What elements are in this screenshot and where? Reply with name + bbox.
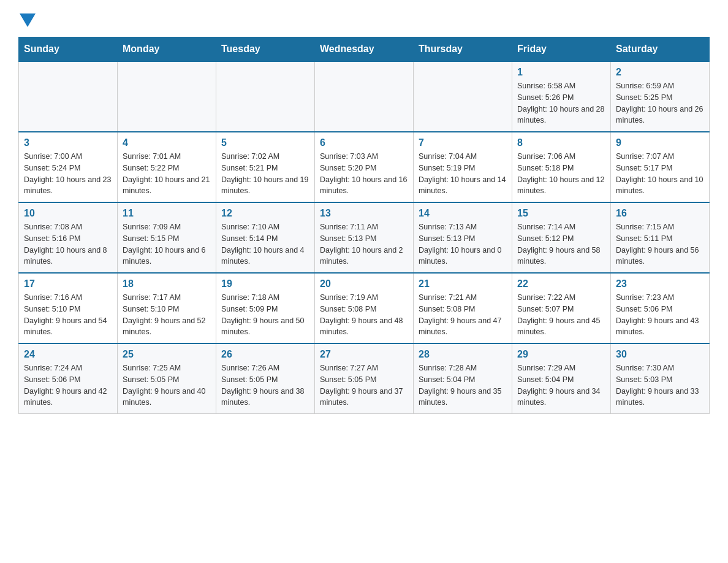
day-info: Sunrise: 6:59 AM Sunset: 5:25 PM Dayligh… (616, 80, 704, 126)
calendar-cell: 28Sunrise: 7:28 AM Sunset: 5:04 PM Dayli… (414, 343, 512, 414)
week-row-1: 1Sunrise: 6:58 AM Sunset: 5:26 PM Daylig… (19, 61, 710, 132)
svg-marker-0 (20, 13, 36, 27)
calendar-cell: 12Sunrise: 7:10 AM Sunset: 5:14 PM Dayli… (216, 202, 315, 273)
day-info: Sunrise: 7:27 AM Sunset: 5:05 PM Dayligh… (320, 362, 408, 408)
week-row-5: 24Sunrise: 7:24 AM Sunset: 5:06 PM Dayli… (19, 343, 710, 414)
week-row-4: 17Sunrise: 7:16 AM Sunset: 5:10 PM Dayli… (19, 273, 710, 343)
day-info: Sunrise: 7:03 AM Sunset: 5:20 PM Dayligh… (320, 151, 408, 197)
day-number: 16 (616, 208, 704, 219)
calendar-cell: 11Sunrise: 7:09 AM Sunset: 5:15 PM Dayli… (118, 202, 216, 273)
calendar-cell: 25Sunrise: 7:25 AM Sunset: 5:05 PM Dayli… (118, 343, 216, 414)
day-number: 8 (517, 137, 605, 148)
calendar-cell: 13Sunrise: 7:11 AM Sunset: 5:13 PM Dayli… (315, 202, 414, 273)
day-info: Sunrise: 7:13 AM Sunset: 5:13 PM Dayligh… (419, 221, 507, 267)
day-info: Sunrise: 7:14 AM Sunset: 5:12 PM Dayligh… (517, 221, 605, 267)
day-info: Sunrise: 7:16 AM Sunset: 5:10 PM Dayligh… (24, 292, 112, 338)
day-info: Sunrise: 7:25 AM Sunset: 5:05 PM Dayligh… (123, 362, 211, 408)
day-info: Sunrise: 7:07 AM Sunset: 5:17 PM Dayligh… (616, 151, 704, 197)
day-info: Sunrise: 7:22 AM Sunset: 5:07 PM Dayligh… (517, 292, 605, 338)
calendar-cell: 15Sunrise: 7:14 AM Sunset: 5:12 PM Dayli… (512, 202, 611, 273)
day-number: 14 (419, 208, 507, 219)
calendar-cell: 2Sunrise: 6:59 AM Sunset: 5:25 PM Daylig… (611, 61, 710, 132)
day-number: 3 (24, 137, 112, 148)
day-number: 4 (123, 137, 211, 148)
day-info: Sunrise: 7:11 AM Sunset: 5:13 PM Dayligh… (320, 221, 408, 267)
day-number: 30 (616, 349, 704, 360)
calendar-cell: 19Sunrise: 7:18 AM Sunset: 5:09 PM Dayli… (216, 273, 315, 343)
calendar-cell: 26Sunrise: 7:26 AM Sunset: 5:05 PM Dayli… (216, 343, 315, 414)
weekday-header-thursday: Thursday (414, 37, 512, 62)
day-info: Sunrise: 7:00 AM Sunset: 5:24 PM Dayligh… (24, 151, 112, 197)
logo-triangle-icon (20, 13, 36, 27)
day-info: Sunrise: 7:17 AM Sunset: 5:10 PM Dayligh… (123, 292, 211, 338)
day-number: 24 (24, 349, 112, 360)
day-info: Sunrise: 7:23 AM Sunset: 5:06 PM Dayligh… (616, 292, 704, 338)
calendar-cell: 20Sunrise: 7:19 AM Sunset: 5:08 PM Dayli… (315, 273, 414, 343)
day-number: 17 (24, 278, 112, 289)
calendar-cell (19, 61, 118, 132)
calendar-cell: 7Sunrise: 7:04 AM Sunset: 5:19 PM Daylig… (414, 132, 512, 202)
day-number: 6 (320, 137, 408, 148)
weekday-header-tuesday: Tuesday (216, 37, 315, 62)
logo (18, 12, 36, 25)
day-info: Sunrise: 7:10 AM Sunset: 5:14 PM Dayligh… (221, 221, 309, 267)
weekday-header-friday: Friday (512, 37, 611, 62)
day-info: Sunrise: 7:29 AM Sunset: 5:04 PM Dayligh… (517, 362, 605, 408)
calendar-table: SundayMondayTuesdayWednesdayThursdayFrid… (18, 37, 710, 414)
day-number: 18 (123, 278, 211, 289)
calendar-cell: 5Sunrise: 7:02 AM Sunset: 5:21 PM Daylig… (216, 132, 315, 202)
day-number: 10 (24, 208, 112, 219)
day-info: Sunrise: 7:06 AM Sunset: 5:18 PM Dayligh… (517, 151, 605, 197)
weekday-header-wednesday: Wednesday (315, 37, 414, 62)
calendar-cell: 10Sunrise: 7:08 AM Sunset: 5:16 PM Dayli… (19, 202, 118, 273)
calendar-cell: 22Sunrise: 7:22 AM Sunset: 5:07 PM Dayli… (512, 273, 611, 343)
calendar-cell: 9Sunrise: 7:07 AM Sunset: 5:17 PM Daylig… (611, 132, 710, 202)
day-number: 26 (221, 349, 309, 360)
day-number: 21 (419, 278, 507, 289)
calendar-cell: 4Sunrise: 7:01 AM Sunset: 5:22 PM Daylig… (118, 132, 216, 202)
calendar-cell: 8Sunrise: 7:06 AM Sunset: 5:18 PM Daylig… (512, 132, 611, 202)
day-number: 28 (419, 349, 507, 360)
calendar-cell: 30Sunrise: 7:30 AM Sunset: 5:03 PM Dayli… (611, 343, 710, 414)
calendar-cell: 21Sunrise: 7:21 AM Sunset: 5:08 PM Dayli… (414, 273, 512, 343)
calendar-cell: 23Sunrise: 7:23 AM Sunset: 5:06 PM Dayli… (611, 273, 710, 343)
weekday-header-row: SundayMondayTuesdayWednesdayThursdayFrid… (19, 37, 710, 62)
calendar-cell: 29Sunrise: 7:29 AM Sunset: 5:04 PM Dayli… (512, 343, 611, 414)
day-number: 29 (517, 349, 605, 360)
weekday-header-monday: Monday (118, 37, 216, 62)
day-info: Sunrise: 7:08 AM Sunset: 5:16 PM Dayligh… (24, 221, 112, 267)
day-number: 25 (123, 349, 211, 360)
day-number: 11 (123, 208, 211, 219)
day-info: Sunrise: 7:18 AM Sunset: 5:09 PM Dayligh… (221, 292, 309, 338)
calendar-cell: 14Sunrise: 7:13 AM Sunset: 5:13 PM Dayli… (414, 202, 512, 273)
day-info: Sunrise: 7:02 AM Sunset: 5:21 PM Dayligh… (221, 151, 309, 197)
day-number: 22 (517, 278, 605, 289)
day-info: Sunrise: 7:19 AM Sunset: 5:08 PM Dayligh… (320, 292, 408, 338)
day-info: Sunrise: 7:01 AM Sunset: 5:22 PM Dayligh… (123, 151, 211, 197)
calendar-cell: 3Sunrise: 7:00 AM Sunset: 5:24 PM Daylig… (19, 132, 118, 202)
day-number: 13 (320, 208, 408, 219)
weekday-header-sunday: Sunday (19, 37, 118, 62)
calendar-cell (414, 61, 512, 132)
day-number: 7 (419, 137, 507, 148)
day-info: Sunrise: 6:58 AM Sunset: 5:26 PM Dayligh… (517, 80, 605, 126)
calendar-cell (216, 61, 315, 132)
day-info: Sunrise: 7:30 AM Sunset: 5:03 PM Dayligh… (616, 362, 704, 408)
day-info: Sunrise: 7:26 AM Sunset: 5:05 PM Dayligh… (221, 362, 309, 408)
calendar-cell: 18Sunrise: 7:17 AM Sunset: 5:10 PM Dayli… (118, 273, 216, 343)
calendar-cell: 16Sunrise: 7:15 AM Sunset: 5:11 PM Dayli… (611, 202, 710, 273)
calendar-cell: 27Sunrise: 7:27 AM Sunset: 5:05 PM Dayli… (315, 343, 414, 414)
week-row-3: 10Sunrise: 7:08 AM Sunset: 5:16 PM Dayli… (19, 202, 710, 273)
day-number: 1 (517, 67, 605, 78)
day-number: 15 (517, 208, 605, 219)
day-number: 12 (221, 208, 309, 219)
day-info: Sunrise: 7:21 AM Sunset: 5:08 PM Dayligh… (419, 292, 507, 338)
calendar-cell: 6Sunrise: 7:03 AM Sunset: 5:20 PM Daylig… (315, 132, 414, 202)
day-info: Sunrise: 7:28 AM Sunset: 5:04 PM Dayligh… (419, 362, 507, 408)
calendar-cell: 1Sunrise: 6:58 AM Sunset: 5:26 PM Daylig… (512, 61, 611, 132)
day-number: 9 (616, 137, 704, 148)
calendar-cell: 17Sunrise: 7:16 AM Sunset: 5:10 PM Dayli… (19, 273, 118, 343)
day-info: Sunrise: 7:24 AM Sunset: 5:06 PM Dayligh… (24, 362, 112, 408)
calendar-cell: 24Sunrise: 7:24 AM Sunset: 5:06 PM Dayli… (19, 343, 118, 414)
day-info: Sunrise: 7:15 AM Sunset: 5:11 PM Dayligh… (616, 221, 704, 267)
